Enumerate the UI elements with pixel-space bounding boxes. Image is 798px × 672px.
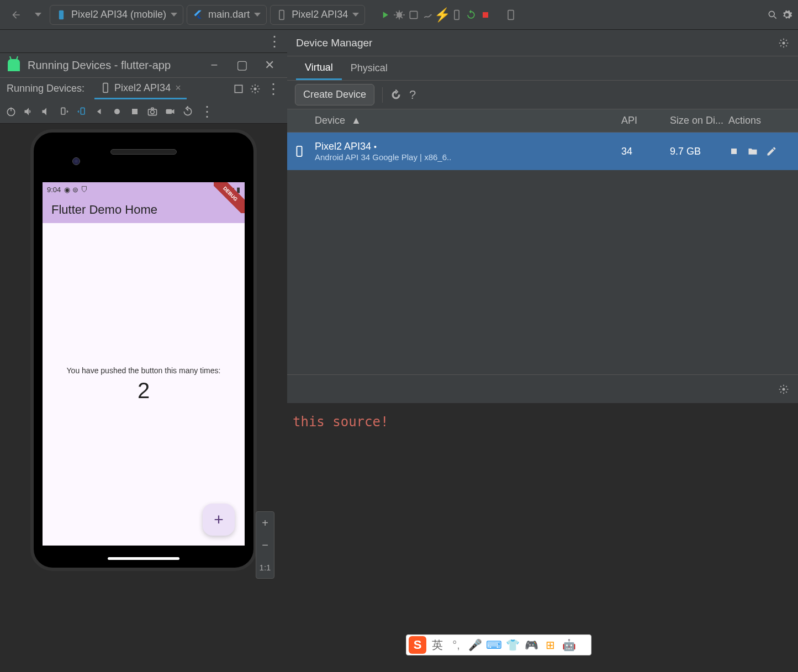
minimize-button[interactable]: − — [204, 55, 224, 75]
tab-virtual[interactable]: Virtual — [296, 56, 342, 80]
rotate-right-icon[interactable] — [76, 106, 87, 117]
more-icon[interactable]: ⋮ — [267, 34, 282, 49]
close-button[interactable]: ✕ — [260, 55, 279, 75]
run-config-label: main.dart — [208, 9, 250, 20]
col-actions[interactable]: Actions — [728, 115, 798, 126]
run-config-selector[interactable]: main.dart — [187, 5, 267, 25]
zoom-in[interactable]: + — [256, 512, 274, 534]
screenshot-icon[interactable] — [147, 106, 158, 117]
svg-point-14 — [114, 109, 120, 114]
more-icon[interactable]: ⋮ — [266, 82, 281, 96]
volume-down-icon[interactable] — [41, 106, 52, 117]
volume-up-icon[interactable] — [23, 106, 34, 117]
lang-indicator[interactable]: 英 — [430, 637, 445, 653]
zoom-fit[interactable]: 1:1 — [256, 556, 274, 578]
folder-icon[interactable] — [747, 146, 758, 157]
svg-point-22 — [783, 388, 785, 390]
coverage-icon[interactable] — [408, 9, 419, 20]
ime-toolbar[interactable]: S 英 °, 🎤 ⌨ 👕 🎮 ⊞ 🤖 — [406, 634, 591, 655]
gear-icon[interactable] — [250, 83, 261, 94]
home-icon[interactable] — [112, 106, 123, 117]
search-icon[interactable] — [767, 9, 778, 20]
debug-icon[interactable] — [394, 9, 405, 20]
back-icon[interactable] — [94, 106, 105, 117]
device-tab-label: Pixel2 API34 — [114, 82, 171, 94]
reload-icon[interactable] — [182, 106, 193, 117]
grid-icon[interactable]: ⊞ — [542, 637, 558, 653]
device-table-header: Device ▲ API Size on Di... Actions — [287, 109, 798, 133]
device-manager-tabs: Virtual Physical — [287, 56, 798, 81]
keyboard-icon[interactable]: ⌨ — [486, 637, 501, 653]
maximize-button[interactable]: ▢ — [232, 55, 252, 75]
phone-screen[interactable]: 9:04 ◉ ⊚ ⛉ ◢ ▮ Flutter Demo Home DEBUG Y… — [43, 182, 245, 546]
tab-physical[interactable]: Physical — [342, 56, 397, 80]
running-devices-header: Running Devices - flutter-app − ▢ ✕ — [0, 53, 287, 77]
svg-rect-3 — [410, 11, 418, 18]
profiler-icon[interactable] — [422, 9, 434, 20]
emulator-toolbar: ⋮ — [0, 99, 287, 124]
col-device[interactable]: Device ▲ — [311, 115, 621, 126]
nav-back-button[interactable] — [6, 6, 27, 24]
zoom-out[interactable]: − — [256, 534, 274, 556]
svg-rect-13 — [81, 108, 84, 114]
running-devices-tabbar: Running Devices: Pixel2 API34 × ⋮ — [0, 77, 287, 99]
gear-icon[interactable] — [778, 38, 789, 49]
flutter-attach-icon[interactable] — [451, 9, 462, 20]
svg-rect-18 — [166, 109, 172, 113]
console-text: this source! — [293, 414, 388, 430]
refresh-icon[interactable] — [390, 89, 401, 100]
svg-rect-8 — [103, 83, 108, 93]
settings-icon[interactable] — [781, 9, 792, 20]
status-time: 9:04 — [47, 186, 61, 194]
robot-icon[interactable]: 🤖 — [561, 637, 577, 653]
phone-camera — [72, 157, 80, 165]
phone-speaker — [110, 149, 177, 155]
android-icon — [8, 59, 20, 71]
col-size[interactable]: Size on Di... — [670, 115, 728, 126]
device-manager-icon[interactable] — [505, 9, 516, 20]
create-device-button[interactable]: Create Device — [295, 84, 374, 105]
symbol-icon[interactable]: °, — [448, 637, 464, 653]
window-mode-icon[interactable] — [233, 83, 244, 94]
overview-icon[interactable] — [129, 106, 140, 117]
close-tab-icon[interactable]: × — [175, 82, 181, 94]
svg-rect-0 — [59, 10, 64, 19]
game-icon[interactable]: 🎮 — [524, 637, 539, 653]
mic-icon[interactable]: 🎤 — [467, 637, 483, 653]
run-icon[interactable] — [379, 9, 390, 20]
device-tab[interactable]: Pixel2 API34 × — [94, 78, 187, 99]
edit-icon[interactable] — [766, 146, 777, 157]
debug-banner: DEBUG — [214, 182, 245, 213]
device-api: 34 — [621, 146, 670, 157]
svg-rect-1 — [279, 10, 284, 19]
rotate-left-icon[interactable] — [59, 106, 70, 117]
svg-rect-21 — [731, 149, 737, 154]
hot-reload-icon[interactable]: ⚡ — [437, 9, 448, 20]
svg-rect-4 — [455, 10, 459, 19]
target-selector[interactable]: Pixel2 API34 — [270, 5, 365, 25]
svg-rect-15 — [132, 109, 138, 114]
hot-restart-icon[interactable] — [466, 9, 477, 20]
record-icon[interactable] — [165, 106, 176, 117]
stop-icon[interactable] — [480, 9, 491, 20]
stop-action-icon[interactable] — [728, 146, 739, 157]
gear-icon[interactable] — [778, 384, 789, 395]
phone-icon — [100, 82, 111, 93]
device-selector[interactable]: Pixel2 API34 (mobile) — [50, 5, 183, 25]
help-icon[interactable]: ? — [409, 88, 416, 102]
bottom-settings-row — [287, 374, 798, 403]
col-api[interactable]: API — [621, 115, 670, 126]
app-body: You have pushed the button this many tim… — [43, 223, 245, 546]
nav-dropdown[interactable] — [30, 6, 46, 24]
fab-add[interactable]: + — [203, 504, 235, 536]
device-row[interactable]: Pixel2 API34 • Android API 34 Google Pla… — [287, 133, 798, 170]
sogou-icon[interactable]: S — [409, 636, 426, 654]
device-name: Pixel2 API34 — [315, 141, 371, 152]
device-sub: Android API 34 Google Play | x86_6.. — [315, 152, 621, 162]
phone-icon — [56, 9, 67, 20]
tshirt-icon[interactable]: 👕 — [505, 637, 520, 653]
svg-rect-5 — [483, 12, 488, 18]
more-icon[interactable]: ⋮ — [200, 104, 214, 119]
svg-point-10 — [254, 87, 257, 90]
chevron-down-icon — [352, 13, 359, 17]
